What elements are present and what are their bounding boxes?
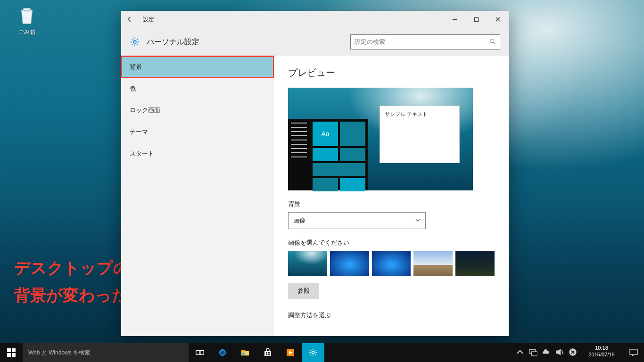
background-preview: Aa サンプル テキスト — [288, 88, 473, 190]
tray-onedrive-icon[interactable] — [542, 348, 551, 358]
start-button[interactable] — [0, 343, 23, 362]
search-icon — [489, 38, 496, 46]
svg-rect-18 — [196, 351, 199, 355]
svg-line-9 — [137, 44, 138, 45]
background-type-dropdown[interactable]: 画像 — [288, 212, 426, 229]
wallpaper-thumb-4[interactable] — [413, 251, 453, 276]
tray-chevron-up-icon[interactable] — [516, 348, 524, 358]
preview-heading: プレビュー — [288, 66, 495, 79]
taskbar-explorer-icon[interactable] — [234, 343, 256, 362]
choose-image-label: 画像を選んでください — [288, 239, 495, 247]
chevron-down-icon — [415, 217, 421, 224]
wallpaper-thumb-1[interactable] — [288, 251, 327, 276]
close-button[interactable] — [487, 11, 509, 28]
nav-item-themes[interactable]: テーマ — [121, 121, 274, 143]
titlebar: 設定 — [121, 11, 509, 28]
svg-line-13 — [494, 42, 495, 44]
tray-network-icon[interactable] — [529, 348, 537, 358]
svg-rect-16 — [7, 353, 11, 357]
preview-sample-window: サンプル テキスト — [380, 106, 460, 163]
nav-item-start[interactable]: スタート — [121, 143, 274, 165]
recycle-bin-icon — [16, 5, 38, 26]
svg-rect-27 — [266, 354, 267, 355]
fit-label: 調整方法を選ぶ — [288, 311, 495, 320]
taskbar-clock[interactable]: 10:18 2015/07/18 — [580, 343, 623, 362]
svg-marker-43 — [558, 349, 561, 355]
svg-rect-19 — [200, 351, 204, 355]
wallpaper-thumb-3[interactable] — [372, 251, 411, 276]
back-button[interactable] — [121, 11, 138, 28]
preview-start-menu: Aa — [288, 119, 368, 190]
browse-button[interactable]: 参照 — [288, 283, 319, 299]
svg-rect-23 — [242, 353, 245, 355]
taskbar-search-input[interactable]: Web と Windows を検索 — [23, 343, 189, 362]
svg-rect-2 — [474, 17, 478, 21]
desktop: ごみ箱 デスクトップの 背景が変わった 設定 パーソナル設定 — [0, 0, 644, 362]
svg-rect-0 — [23, 8, 30, 11]
clock-time: 10:18 — [583, 345, 620, 352]
action-center-button[interactable] — [623, 343, 644, 362]
svg-rect-14 — [7, 348, 11, 352]
gear-icon — [130, 37, 140, 47]
svg-line-11 — [132, 44, 132, 45]
svg-rect-25 — [266, 352, 267, 354]
maximize-button[interactable] — [465, 11, 487, 28]
dropdown-value: 画像 — [293, 216, 305, 225]
recycle-bin-label: ごみ箱 — [9, 28, 44, 36]
taskbar-settings-icon[interactable] — [302, 343, 324, 362]
settings-nav: 背景 色 ロック画面 テーマ スタート — [121, 56, 274, 336]
wallpaper-thumb-2[interactable] — [330, 251, 369, 276]
clock-date: 2015/07/18 — [583, 352, 620, 358]
svg-rect-42 — [556, 350, 558, 354]
nav-item-lockscreen[interactable]: ロック画面 — [121, 99, 274, 121]
subheader-title: パーソナル設定 — [147, 37, 199, 47]
svg-point-12 — [490, 39, 494, 42]
settings-window: 設定 パーソナル設定 設定の検索 背景 色 ロック画面 — [121, 11, 509, 336]
tray-close-icon[interactable] — [569, 348, 577, 358]
svg-line-8 — [132, 39, 132, 40]
nav-item-colors[interactable]: 色 — [121, 78, 274, 99]
svg-rect-22 — [241, 350, 245, 352]
svg-line-10 — [137, 39, 138, 40]
settings-content: プレビュー Aa — [274, 56, 509, 336]
svg-rect-24 — [264, 351, 271, 356]
settings-search-input[interactable]: 設定の検索 — [350, 34, 500, 49]
taskbar-edge-icon[interactable] — [211, 343, 234, 362]
svg-rect-26 — [268, 352, 270, 354]
taskbar-media-icon[interactable] — [279, 343, 302, 362]
svg-point-31 — [312, 351, 314, 354]
background-label: 背景 — [288, 200, 495, 208]
subheader: パーソナル設定 設定の検索 — [121, 28, 509, 56]
svg-line-36 — [310, 350, 311, 351]
svg-line-39 — [310, 354, 311, 355]
annotation-text: デスクトップの 背景が変わった — [14, 255, 130, 309]
preview-tile-aa: Aa — [313, 122, 338, 146]
task-view-button[interactable] — [189, 343, 211, 362]
wallpaper-thumbnails — [288, 251, 495, 276]
minimize-button[interactable] — [444, 11, 465, 28]
svg-rect-41 — [532, 351, 537, 355]
svg-point-3 — [133, 41, 136, 43]
search-placeholder: 設定の検索 — [355, 38, 385, 46]
taskbar-store-icon[interactable] — [256, 343, 279, 362]
recycle-bin[interactable]: ごみ箱 — [9, 5, 44, 36]
window-title: 設定 — [143, 16, 154, 24]
system-tray[interactable] — [513, 343, 580, 362]
nav-item-background[interactable]: 背景 — [121, 56, 274, 78]
tray-volume-icon[interactable] — [555, 348, 564, 358]
svg-rect-28 — [268, 354, 270, 355]
svg-line-37 — [315, 354, 316, 355]
svg-rect-46 — [630, 349, 637, 354]
svg-rect-15 — [12, 348, 16, 352]
svg-rect-17 — [12, 353, 16, 357]
wallpaper-thumb-5[interactable] — [455, 251, 495, 276]
svg-line-38 — [315, 350, 316, 351]
svg-line-44 — [562, 350, 563, 354]
taskbar: Web と Windows を検索 10:18 2015/07/18 — [0, 343, 644, 362]
